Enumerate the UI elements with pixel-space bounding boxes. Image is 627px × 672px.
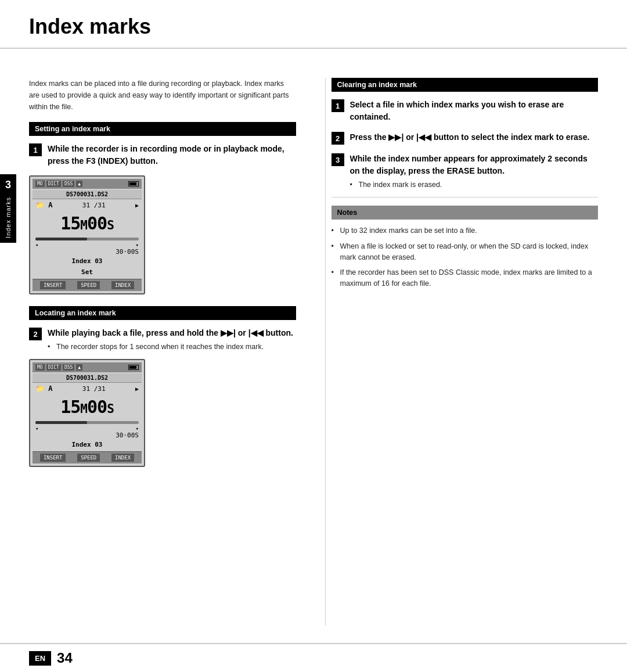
clear-step-1-text: Select a file in which index marks you w…	[350, 99, 599, 123]
clear-step-3-number: 3	[331, 153, 344, 166]
up-icon: ▲	[76, 181, 82, 187]
progress-bar-1	[35, 238, 139, 240]
s-label-2: S	[107, 402, 114, 416]
side-tab-text: Index marks	[5, 197, 12, 238]
footer-page: 34	[57, 650, 73, 666]
clear-step-2-text: Press the ▶▶| or |◀◀ button to select th…	[350, 131, 590, 143]
device-row-2: 📁 A 31 /31 ▶	[33, 383, 142, 394]
device-filename-2: DS700031.DS2	[33, 373, 142, 383]
locating-header: Locating an index mark	[29, 306, 296, 320]
progress-fill-1	[35, 238, 87, 240]
device-time-1: 15M00S	[33, 211, 142, 236]
clear-step-2: 2 Press the ▶▶| or |◀◀ button to select …	[331, 131, 599, 145]
main-content: Index marks can be placed into a file du…	[0, 60, 627, 643]
dss-icon-2: DSS	[63, 364, 74, 371]
insert-btn-1: INSERT	[40, 281, 66, 289]
device-icons-1: MO DICT DSS ▲	[35, 181, 82, 187]
clear-step-3-text: While the index number appears for appro…	[350, 153, 599, 177]
step-1-text: While the recorder is in recording mode …	[48, 143, 296, 167]
step-2-number: 2	[29, 328, 42, 340]
step-2-bullet: The recorder stops for 1 second when it …	[48, 343, 293, 351]
device-bottom-bar-2: INSERT SPEED INDEX	[33, 451, 142, 463]
side-tab-number: 3	[5, 179, 11, 191]
clear-step-3: 3 While the index number appears for app…	[331, 153, 599, 189]
note-2: When a file is locked or set to read-onl…	[331, 241, 599, 263]
tick-right-1: ▾	[136, 242, 139, 248]
counter-1: 31 /31	[82, 202, 106, 209]
step-1-number: 1	[29, 143, 42, 156]
progress-bar-2	[35, 421, 139, 424]
remaining-time-2: 30·00S	[33, 432, 142, 439]
device-top-bar-1: MO DICT DSS ▲	[33, 179, 142, 189]
remaining-time-1: 30·00S	[33, 248, 142, 256]
mode-icon: MO	[35, 181, 45, 187]
footer: EN 34	[0, 643, 627, 672]
up-icon-2: ▲	[76, 364, 82, 371]
dict-icon: DICT	[46, 181, 61, 187]
step-1: 1 While the recorder is in recording mod…	[29, 143, 296, 167]
device-icons-2: MO DICT DSS ▲	[35, 364, 82, 371]
divider	[331, 197, 599, 197]
notes-header: Notes	[331, 206, 599, 220]
clearing-header: Clearing an index mark	[331, 78, 599, 92]
step-2: 2 While playing back a file, press and h…	[29, 327, 296, 351]
battery-icon-1	[128, 181, 139, 186]
index-btn-1: INDEX	[111, 281, 134, 289]
notes-list: Up to 32 index marks can be set into a f…	[331, 225, 599, 289]
right-column: Clearing an index mark 1 Select a file i…	[325, 78, 599, 626]
progress-indicator-2: ▾ ▾	[33, 426, 142, 432]
note-1: Up to 32 index marks can be set into a f…	[331, 225, 599, 236]
speed-btn-1: SPEED	[77, 281, 100, 289]
index-btn-2: INDEX	[111, 454, 134, 462]
device-time-2: 15M00S	[33, 394, 142, 419]
side-tab: 3 Index marks	[0, 174, 16, 243]
folder-icon-1: 📁 A	[35, 201, 52, 209]
index-label-2: Index 03	[33, 439, 142, 450]
play-arrow-1: ▶	[135, 202, 139, 209]
folder-label-1: A	[48, 201, 52, 209]
battery-fill-2	[129, 366, 136, 369]
battery-fill-1	[129, 182, 136, 185]
m-label-1: M	[80, 218, 87, 232]
device-top-bar-2: MO DICT DSS ▲	[33, 362, 142, 372]
left-column: Index marks can be placed into a file du…	[29, 78, 308, 626]
play-arrow-2: ▶	[135, 386, 139, 392]
device-screen-2: MO DICT DSS ▲ DS700031.DS2 📁 A 31 /31 ▶	[29, 359, 145, 467]
tick-right-2: ▾	[136, 426, 139, 432]
device-filename-1: DS700031.DS2	[33, 190, 142, 199]
set-label-1: Set	[33, 267, 142, 278]
device-screen-1: MO DICT DSS ▲ DS700031.DS2 📁 A 31 /31 ▶	[29, 175, 145, 294]
setting-header: Setting an index mark	[29, 122, 296, 136]
note-3: If the recorder has been set to DSS Clas…	[331, 267, 599, 289]
insert-btn-2: INSERT	[40, 454, 66, 462]
page-title: Index marks	[0, 0, 627, 49]
folder-icon-2: 📁 A	[35, 384, 52, 393]
footer-lang: EN	[29, 651, 51, 666]
battery-icon-2	[128, 365, 139, 370]
s-label-1: S	[107, 218, 114, 232]
clear-step-1-number: 1	[331, 99, 344, 112]
dss-icon: DSS	[63, 181, 74, 187]
index-label-1: Index 03	[33, 256, 142, 267]
device-row-1: 📁 A 31 /31 ▶	[33, 199, 142, 211]
dict-icon-2: DICT	[46, 364, 61, 371]
mode-icon-2: MO	[35, 364, 45, 371]
step-2-text: While playing back a file, press and hol…	[48, 327, 293, 339]
clear-step-3-bullet: The index mark is erased.	[350, 181, 599, 189]
progress-indicator-1: ▾ ▾	[33, 242, 142, 248]
device-bottom-bar-1: INSERT SPEED INDEX	[33, 279, 142, 291]
clear-step-1: 1 Select a file in which index marks you…	[331, 99, 599, 123]
page: 3 Index marks Index marks Index marks ca…	[0, 0, 627, 672]
clear-step-2-number: 2	[331, 132, 344, 145]
m-label-2: M	[80, 402, 87, 416]
intro-text: Index marks can be placed into a file du…	[29, 78, 296, 113]
progress-fill-2	[35, 421, 87, 424]
tick-left-1: ▾	[35, 242, 38, 248]
folder-label-2: A	[48, 384, 52, 393]
speed-btn-2: SPEED	[77, 454, 100, 462]
counter-2: 31 /31	[82, 385, 106, 393]
tick-left-2: ▾	[35, 426, 38, 432]
